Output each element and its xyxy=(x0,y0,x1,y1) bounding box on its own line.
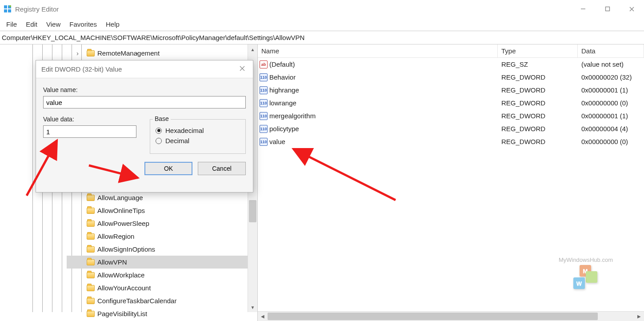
menu-favorites[interactable]: Favorites xyxy=(65,19,101,30)
menu-view[interactable]: View xyxy=(42,19,65,30)
tree-node-label: AllowOnlineTips xyxy=(97,207,145,214)
menubar: File Edit View Favorites Help xyxy=(0,18,644,31)
reg-dword-icon: 110 xyxy=(260,73,268,81)
value-data-input[interactable] xyxy=(43,125,136,138)
reg-dword-icon: 110 xyxy=(260,86,268,94)
menu-help[interactable]: Help xyxy=(101,19,124,30)
list-header: Name Type Data xyxy=(258,44,644,58)
scroll-right-icon[interactable]: ▶ xyxy=(634,314,644,319)
radio-dec-label: Decimal xyxy=(165,137,189,144)
tree-node-allowyouraccount[interactable]: AllowYourAccount xyxy=(67,281,248,294)
value-name: Behavior xyxy=(269,73,296,81)
tree-node-label: PageVisibilityList xyxy=(97,310,147,317)
tree-node-label: AllowYourAccount xyxy=(97,284,151,292)
tree-node-allowworkplace[interactable]: AllowWorkplace xyxy=(67,269,248,281)
registry-value-row[interactable]: 110lowrangeREG_DWORD0x00000000 (0) xyxy=(258,96,644,109)
radio-icon xyxy=(156,128,162,134)
reg-dword-icon: 110 xyxy=(260,112,268,120)
scroll-thumb[interactable] xyxy=(268,313,598,320)
tree-node-allowsigninoptions[interactable]: AllowSignInOptions xyxy=(67,243,248,256)
value-data: 0x00000020 (32) xyxy=(578,73,644,81)
tree-node-label: AllowSignInOptions xyxy=(97,245,155,253)
scroll-up-icon[interactable]: ▲ xyxy=(248,44,257,54)
reg-dword-icon: 110 xyxy=(260,99,268,107)
reg-dword-icon: 110 xyxy=(260,125,268,133)
tree-node-label: RemoteManagement xyxy=(97,49,160,57)
value-name-label: Value name: xyxy=(43,86,246,93)
folder-icon xyxy=(87,285,95,291)
scroll-down-icon[interactable]: ▼ xyxy=(248,302,257,312)
folder-icon xyxy=(87,259,95,265)
address-path: Computer\HKEY_LOCAL_MACHINE\SOFTWARE\Mic… xyxy=(2,34,304,41)
tree-node-allowonlinetips[interactable]: AllowOnlineTips xyxy=(67,204,248,217)
value-data: 0x00000000 (0) xyxy=(578,99,644,107)
tree-node-remotemanagement[interactable]: ›RemoteManagement xyxy=(67,47,248,60)
registry-value-row[interactable]: ab(Default)REG_SZ(value not set) xyxy=(258,58,644,71)
registry-value-row[interactable]: 110highrangeREG_DWORD0x00000001 (1) xyxy=(258,84,644,96)
value-name: mergealgorithm xyxy=(269,112,316,120)
menu-file[interactable]: File xyxy=(2,19,21,30)
value-type: REG_DWORD xyxy=(498,138,578,145)
radio-hexadecimal[interactable]: Hexadecimal xyxy=(156,127,240,134)
tree-node-label: AllowPowerSleep xyxy=(97,220,149,227)
column-header-data[interactable]: Data xyxy=(578,44,644,57)
folder-icon xyxy=(87,311,95,317)
folder-icon xyxy=(87,298,95,304)
edit-dword-dialog: Edit DWORD (32-bit) Value Value name: Va… xyxy=(36,60,253,193)
tree-node-allowpowersleep[interactable]: AllowPowerSleep xyxy=(67,217,248,230)
column-header-name[interactable]: Name xyxy=(258,44,498,57)
tree-node-configuretaskbarcalendar[interactable]: ConfigureTaskbarCalendar xyxy=(67,294,248,307)
svg-rect-6 xyxy=(605,7,609,11)
base-legend: Base xyxy=(153,115,171,122)
radio-decimal[interactable]: Decimal xyxy=(156,137,240,144)
registry-value-row[interactable]: 110BehaviorREG_DWORD0x00000020 (32) xyxy=(258,71,644,84)
tree-node-allowlanguage[interactable]: AllowLanguage xyxy=(67,191,248,204)
folder-icon xyxy=(87,195,95,201)
chevron-right-icon[interactable]: › xyxy=(76,49,79,57)
folder-icon xyxy=(87,272,95,278)
value-name: highrange xyxy=(269,86,299,94)
maximize-button[interactable] xyxy=(595,0,620,18)
value-type: REG_DWORD xyxy=(498,86,578,94)
value-type: REG_DWORD xyxy=(498,73,578,81)
value-data: 0x00000001 (1) xyxy=(578,86,644,94)
tree-node-pagevisibilitylist[interactable]: PageVisibilityList xyxy=(67,307,248,320)
dialog-close-button[interactable] xyxy=(237,64,248,74)
dialog-titlebar[interactable]: Edit DWORD (32-bit) Value xyxy=(36,60,253,78)
column-header-type[interactable]: Type xyxy=(498,44,578,57)
menu-edit[interactable]: Edit xyxy=(21,19,42,30)
value-type: REG_DWORD xyxy=(498,125,578,132)
svg-point-4 xyxy=(9,5,11,7)
tree-node-label: ConfigureTaskbarCalendar xyxy=(97,297,176,305)
value-name-input[interactable] xyxy=(43,96,246,108)
tree-node-allowregion[interactable]: AllowRegion xyxy=(67,230,248,243)
tree-node-label: AllowRegion xyxy=(97,233,134,240)
folder-icon xyxy=(87,221,95,227)
svg-rect-2 xyxy=(4,9,7,12)
registry-value-row[interactable]: 110policytypeREG_DWORD0x00000004 (4) xyxy=(258,122,644,135)
close-button[interactable] xyxy=(620,0,644,18)
registry-value-row[interactable]: 110mergealgorithmREG_DWORD0x00000001 (1) xyxy=(258,109,644,122)
value-name: policytype xyxy=(269,125,299,132)
folder-icon xyxy=(87,246,95,253)
scroll-left-icon[interactable]: ◀ xyxy=(258,314,268,319)
cancel-button[interactable]: Cancel xyxy=(198,162,246,175)
app-icon xyxy=(4,5,12,13)
ok-button[interactable]: OK xyxy=(144,162,192,175)
window-controls xyxy=(571,0,644,18)
reg-dword-icon: 110 xyxy=(260,138,268,146)
tree-node-label: AllowVPN xyxy=(97,258,127,266)
value-data: 0x00000004 (4) xyxy=(578,125,644,132)
minimize-button[interactable] xyxy=(571,0,595,18)
value-name: value xyxy=(269,138,285,145)
watermark-text: MyWindowsHub.com xyxy=(559,257,613,263)
value-name: (Default) xyxy=(269,60,295,68)
value-type: REG_DWORD xyxy=(498,99,578,107)
tree-node-allowvpn[interactable]: AllowVPN xyxy=(67,256,248,269)
registry-value-row[interactable]: 110valueREG_DWORD0x00000000 (0) xyxy=(258,135,644,148)
value-data-label: Value data: xyxy=(43,116,136,123)
list-horizontal-scrollbar[interactable]: ◀ ▶ xyxy=(258,311,644,321)
scroll-thumb[interactable] xyxy=(249,200,256,222)
value-type: REG_DWORD xyxy=(498,112,578,120)
address-bar[interactable]: Computer\HKEY_LOCAL_MACHINE\SOFTWARE\Mic… xyxy=(0,31,644,44)
